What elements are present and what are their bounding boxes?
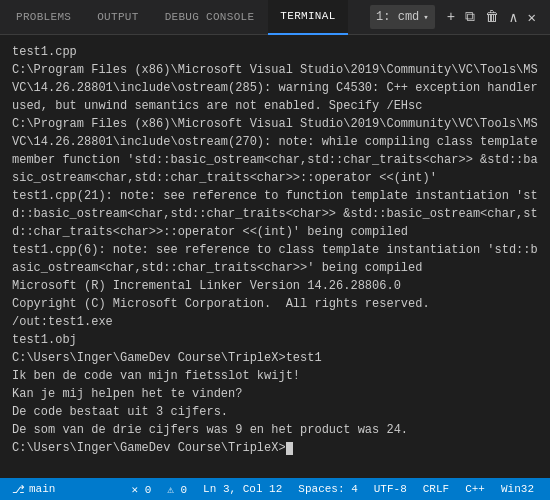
git-icon: ⎇ [12,483,25,496]
terminal-line: C:\Program Files (x86)\Microsoft Visual … [12,61,538,115]
terminal-line: test1.cpp(6): note: see reference to cla… [12,241,538,277]
close-panel-icon[interactable]: ✕ [526,7,538,28]
trash-icon[interactable]: 🗑 [483,7,501,27]
terminal-selector[interactable]: 1: cmd ▾ [370,5,435,29]
encoding[interactable]: UTF-8 [366,478,415,500]
warning-icon: ⚠ 0 [167,483,187,496]
split-terminal-icon[interactable]: ⧉ [463,7,477,27]
tab-terminal[interactable]: TERMINAL [268,0,347,35]
line-ending[interactable]: CRLF [415,478,457,500]
terminal-line: test1.obj [12,331,538,349]
terminal-output[interactable]: test1.cppC:\Program Files (x86)\Microsof… [0,35,550,478]
tab-problems[interactable]: PROBLEMS [4,0,83,35]
git-branch[interactable]: ⎇ main [8,478,63,500]
terminal-action-icons: + ⧉ 🗑 ∧ ✕ [437,7,546,28]
terminal-line: Kan je mij helpen het te vinden? [12,385,538,403]
terminal-line: Ik ben de code van mijn fietsslot kwijt! [12,367,538,385]
terminal-dropdown-value: 1: cmd [376,10,419,24]
terminal-line: De code bestaat uit 3 cijfers. [12,403,538,421]
git-branch-name: main [29,483,55,495]
language-mode[interactable]: C++ [457,478,493,500]
terminal-line: /out:test1.exe [12,313,538,331]
terminal-line: C:\Users\Inger\GameDev Course\TripleX> [12,439,538,457]
platform[interactable]: Win32 [493,478,542,500]
terminal-line: test1.cpp(21): note: see reference to fu… [12,187,538,241]
line-col[interactable]: Ln 3, Col 12 [195,478,290,500]
warning-count[interactable]: ⚠ 0 [159,478,195,500]
terminal-line: Copyright (C) Microsoft Corporation. All… [12,295,538,313]
status-bar: ⎇ main ✕ 0 ⚠ 0 Ln 3, Col 12 Spaces: 4 UT… [0,478,550,500]
chevron-down-icon: ▾ [423,12,428,23]
error-icon: ✕ 0 [131,483,151,496]
tab-output[interactable]: OUTPUT [85,0,150,35]
chevron-up-icon[interactable]: ∧ [507,7,519,28]
terminal-line: Microsoft (R) Incremental Linker Version… [12,277,538,295]
spaces[interactable]: Spaces: 4 [290,478,365,500]
terminal-line: C:\Users\Inger\GameDev Course\TripleX>te… [12,349,538,367]
terminal-line: test1.cpp [12,43,538,61]
terminal-line: C:\Program Files (x86)\Microsoft Visual … [12,115,538,187]
tab-debug-console[interactable]: DEBUG CONSOLE [153,0,267,35]
new-terminal-icon[interactable]: + [445,7,457,27]
error-count[interactable]: ✕ 0 [123,478,159,500]
terminal-line: De som van de drie cijfers was 9 en het … [12,421,538,439]
tab-bar: PROBLEMS OUTPUT DEBUG CONSOLE TERMINAL 1… [0,0,550,35]
